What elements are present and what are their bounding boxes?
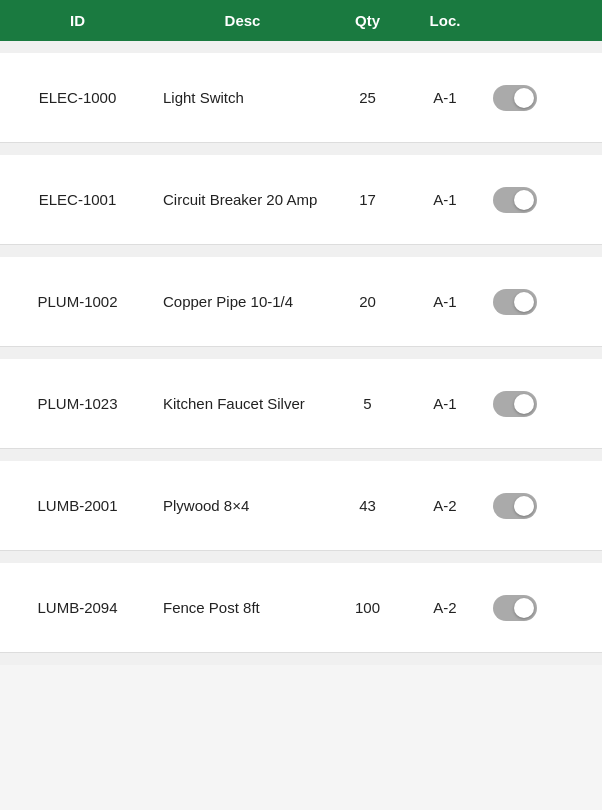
cell-qty-1: 17 [330,175,405,224]
table-row: LUMB-2001 Plywood 8×4 43 A-2 [0,461,602,551]
inventory-table: ID Desc Qty Loc. ELEC-1000 Light Switch … [0,0,602,665]
table-row: LUMB-2094 Fence Post 8ft 100 A-2 [0,563,602,653]
table-header: ID Desc Qty Loc. [0,0,602,41]
cell-desc-5: Fence Post 8ft [155,583,330,632]
cell-id-0: ELEC-1000 [0,73,155,122]
cell-desc-1: Circuit Breaker 20 Amp [155,175,330,224]
header-qty: Qty [330,0,405,41]
cell-toggle-1 [485,171,545,229]
toggle-switch-1[interactable] [493,187,537,213]
table-row: ELEC-1000 Light Switch 25 A-1 [0,53,602,143]
toggle-switch-5[interactable] [493,595,537,621]
cell-id-1: ELEC-1001 [0,175,155,224]
header-toggle [485,0,545,41]
cell-id-2: PLUM-1002 [0,277,155,326]
cell-qty-2: 20 [330,277,405,326]
cell-toggle-2 [485,273,545,331]
cell-id-5: LUMB-2094 [0,583,155,632]
row-separator [0,41,602,53]
table-row: PLUM-1002 Copper Pipe 10-1/4 20 A-1 [0,257,602,347]
cell-toggle-0 [485,69,545,127]
cell-qty-5: 100 [330,583,405,632]
cell-id-4: LUMB-2001 [0,481,155,530]
toggle-switch-3[interactable] [493,391,537,417]
cell-toggle-5 [485,579,545,637]
cell-toggle-3 [485,375,545,433]
row-separator [0,143,602,155]
cell-desc-0: Light Switch [155,73,330,122]
cell-loc-4: A-2 [405,481,485,530]
cell-loc-0: A-1 [405,73,485,122]
row-separator [0,551,602,563]
row-separator [0,245,602,257]
cell-qty-4: 43 [330,481,405,530]
cell-loc-3: A-1 [405,379,485,428]
row-separator-final [0,653,602,665]
toggle-switch-4[interactable] [493,493,537,519]
cell-desc-4: Plywood 8×4 [155,481,330,530]
cell-toggle-4 [485,477,545,535]
header-id: ID [0,0,155,41]
cell-id-3: PLUM-1023 [0,379,155,428]
toggle-switch-0[interactable] [493,85,537,111]
cell-loc-1: A-1 [405,175,485,224]
toggle-switch-2[interactable] [493,289,537,315]
cell-qty-0: 25 [330,73,405,122]
cell-desc-2: Copper Pipe 10-1/4 [155,277,330,326]
cell-desc-3: Kitchen Faucet Silver [155,379,330,428]
row-separator [0,347,602,359]
table-body: ELEC-1000 Light Switch 25 A-1 ELEC-1001 … [0,41,602,665]
row-separator [0,449,602,461]
cell-loc-5: A-2 [405,583,485,632]
header-loc: Loc. [405,0,485,41]
cell-qty-3: 5 [330,379,405,428]
header-desc: Desc [155,0,330,41]
cell-loc-2: A-1 [405,277,485,326]
table-row: PLUM-1023 Kitchen Faucet Silver 5 A-1 [0,359,602,449]
table-row: ELEC-1001 Circuit Breaker 20 Amp 17 A-1 [0,155,602,245]
